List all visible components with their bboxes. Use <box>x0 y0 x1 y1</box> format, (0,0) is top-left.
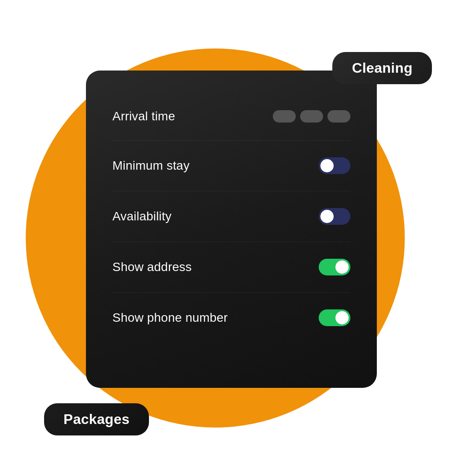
scene: Arrival time Minimum stay Availability S… <box>0 0 476 476</box>
main-card: Arrival time Minimum stay Availability S… <box>86 71 377 388</box>
show-phone-number-label: Show phone number <box>112 311 228 325</box>
cleaning-tab[interactable]: Cleaning <box>332 52 432 84</box>
arrival-pill-3[interactable] <box>327 110 350 123</box>
arrival-time-row: Arrival time <box>112 93 350 141</box>
availability-label: Availability <box>112 209 171 223</box>
minimum-stay-label: Minimum stay <box>112 159 190 173</box>
availability-toggle-knob <box>320 210 334 223</box>
show-address-toggle-knob <box>335 260 349 274</box>
show-phone-number-toggle-knob <box>335 311 349 324</box>
arrival-time-label: Arrival time <box>112 109 175 123</box>
packages-tab[interactable]: Packages <box>44 403 149 435</box>
cleaning-tab-label: Cleaning <box>352 60 413 76</box>
show-address-row: Show address <box>112 242 350 293</box>
minimum-stay-toggle-knob <box>320 159 334 172</box>
packages-tab-label: Packages <box>63 411 130 427</box>
minimum-stay-toggle[interactable] <box>319 157 350 174</box>
show-phone-number-toggle[interactable] <box>319 309 350 326</box>
minimum-stay-row: Minimum stay <box>112 141 350 191</box>
show-address-toggle[interactable] <box>319 259 350 275</box>
arrival-pill-1[interactable] <box>273 110 296 123</box>
show-address-label: Show address <box>112 260 192 274</box>
arrival-time-controls <box>273 110 350 123</box>
arrival-pill-2[interactable] <box>300 110 323 123</box>
show-phone-number-row: Show phone number <box>112 293 350 343</box>
availability-toggle[interactable] <box>319 208 350 225</box>
availability-row: Availability <box>112 191 350 242</box>
